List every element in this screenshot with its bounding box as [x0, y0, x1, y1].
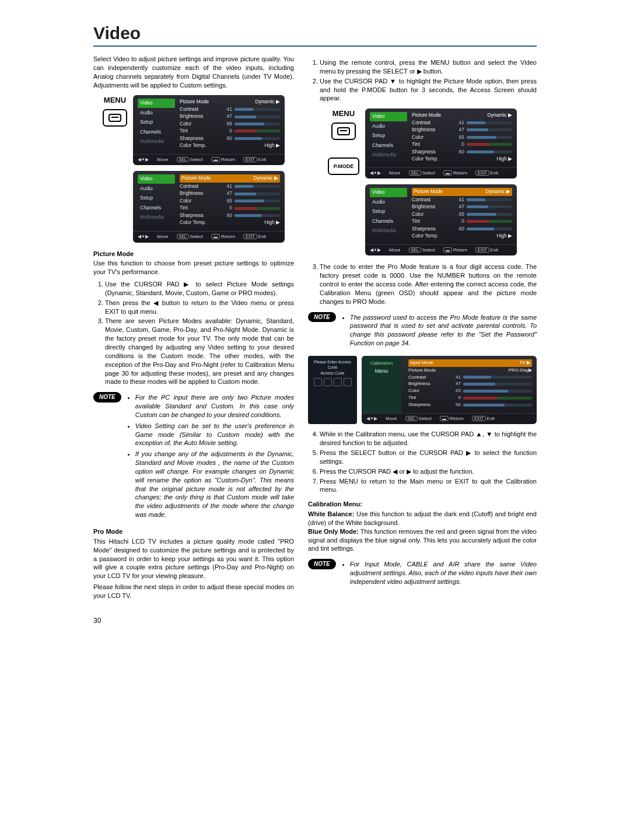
note1-item-3: If you change any of the adjustments in … [135, 450, 294, 519]
osd-row: Brightness47 [412, 127, 512, 133]
osd-row: Brightness47 [412, 204, 512, 210]
osd-panel-r1: VideoAudioSetupChannelsMultimedia Pictur… [365, 108, 517, 178]
picture-mode-steps: Use the CURSOR PAD ▶ to select Picture M… [93, 280, 294, 386]
osd-row: Contrast41 [180, 106, 280, 113]
osd-side-item: Multimedia [138, 137, 175, 146]
osd-row: Color65 [180, 198, 280, 204]
osd-row: Sharpness60 [180, 135, 280, 142]
osd-row: Color65 [412, 211, 512, 218]
osd-row: Sharpness60 [180, 212, 280, 219]
note3-text: For Input Mode, CABLE and AIR share the … [350, 560, 537, 586]
access-digit [314, 378, 322, 386]
calibration-osd: Calibration Menu Input ModeTV ▶Picture M… [362, 356, 537, 424]
arrow-icon: ◀✦▶ [138, 157, 149, 163]
page-title: Video [93, 23, 537, 43]
note-icon-2: NOTE [308, 312, 336, 323]
rsb-5: Press the SELECT button or the CURSOR PA… [320, 449, 537, 466]
title-rule [93, 46, 537, 47]
osd-side-item: Video [138, 99, 175, 107]
menu-button-label: MENU [104, 95, 126, 106]
access-line2: Access Code [320, 370, 344, 376]
calib-side-t1: Calibration [370, 360, 393, 367]
rsa-2: Use the CURSOR PAD ▼ to highlight the Pi… [320, 77, 537, 103]
osd-side-item: Multimedia [370, 226, 407, 235]
osd-row: Color65 [408, 388, 532, 394]
osd-side-item: Setup [370, 131, 407, 140]
osd-panel-bottom: VideoAudioSetupChannelsMultimedia Pictur… [133, 171, 285, 242]
calib-side-t2: Menu [375, 368, 388, 374]
pro-mode-heading: Pro Mode [93, 527, 294, 536]
osd-side-item: Multimedia [138, 213, 175, 222]
rsb-4: While in the Calibration menu, use the C… [320, 430, 537, 447]
osd-side-item: Audio [138, 184, 175, 193]
osd-side-item: Audio [370, 198, 407, 206]
calibration-heading: Calibration Menu: [308, 500, 537, 509]
rsb-6: Press the CURSOR PAD ◀ or ▶ to adjust th… [320, 467, 537, 476]
picture-mode-heading: Picture Mode [93, 250, 294, 258]
osd-row: Contrast41 [412, 197, 512, 203]
note-icon-3: NOTE [308, 559, 336, 569]
osd-side-item: Video [138, 174, 175, 183]
access-digit [344, 378, 352, 386]
osd-row: Color Temp.High ▶ [180, 219, 280, 226]
pm-step-3: There are seven Picture Modes available:… [105, 317, 294, 386]
osd-side-item: Video [370, 188, 407, 197]
osd-row: Tint0 [408, 395, 532, 401]
osd-row: Tint0 [180, 205, 280, 211]
osd-row: Picture ModeDynamic ▶ [412, 112, 512, 118]
osd-row: Picture ModeDynamic ▶ [412, 188, 512, 195]
osd-side-item: Channels [370, 141, 407, 150]
arrow-icon: ◀✦▶ [370, 247, 381, 254]
rsa-1: Using the remote control, press the MENU… [320, 58, 537, 76]
osd-row: Color65 [180, 121, 280, 127]
osd-row: Sharpness60 [412, 226, 512, 232]
blue-only-text: Blue Only Mode: This function removes th… [308, 527, 537, 554]
osd-row: Picture ModeDynamic ▶ [180, 99, 280, 105]
menu-button-label-r: MENU [332, 108, 355, 119]
pro-mode-body-1: This Hitachi LCD TV includes a picture q… [93, 537, 294, 580]
pm-step-2: Then press the ◀ button to return to the… [105, 299, 294, 316]
right-steps-b: While in the Calibration menu, use the C… [308, 430, 537, 494]
osd-row: Contrast41 [408, 374, 532, 381]
right-step-3: The code to enter the Pro Mode feature i… [308, 262, 537, 306]
osd-row: Sharpness60 [408, 402, 532, 408]
osd-side-item: Audio [370, 122, 407, 131]
osd-row: Brightness47 [180, 190, 280, 197]
menu-button-icon [103, 109, 127, 127]
osd-row: Tint0 [180, 128, 280, 134]
note-2: NOTE The password used to access the Pro… [308, 312, 537, 350]
osd-block-right: MENU P.MODE VideoAudioSetupChannelsMulti… [308, 108, 537, 256]
note1-item-1: For the PC input there are only two Pict… [135, 393, 294, 419]
note-3: NOTE For Input Mode, CABLE and AIR share… [308, 559, 537, 589]
osd-row: Color65 [412, 134, 512, 141]
osd-side-item: Setup [138, 118, 175, 127]
note-1: NOTE For the PC input there are only two… [93, 392, 294, 522]
right-column: Using the remote control, press the MENU… [308, 55, 537, 600]
osd-side-item: Multimedia [370, 150, 407, 159]
note2-text: The password used to access the Pro Mode… [350, 313, 537, 348]
osd-side-item: Setup [138, 194, 175, 202]
osd-row: Color Temp.High ▶ [180, 142, 280, 149]
osd-panel-top: VideoAudioSetupChannelsMultimedia Pictur… [133, 95, 285, 165]
osd-row: Sharpness60 [412, 149, 512, 155]
osd-row: Brightness47 [180, 113, 280, 120]
osd-row: Brightness47 [408, 381, 532, 387]
osd-row: Tint0 [412, 218, 512, 225]
right-steps-a: Using the remote control, press the MENU… [308, 58, 537, 103]
note1-item-2: Video Setting can be set to the user's p… [135, 422, 294, 448]
osd-row: Contrast41 [180, 183, 280, 190]
access-line1: Please Enter Access Code [310, 359, 355, 370]
osd-side-item: Channels [370, 217, 407, 226]
osd-side-item: Video [370, 112, 407, 121]
osd-row: Picture ModePRO-Day▶ [408, 368, 532, 374]
arrow-icon: ◀✦▶ [366, 416, 377, 422]
osd-side-item: Audio [138, 108, 175, 117]
calibration-osd-wrap: Please Enter Access Code Access Code Cal… [308, 356, 537, 424]
arrow-icon: ◀✦▶ [138, 234, 149, 240]
left-column: Select Video to adjust picture settings … [93, 55, 294, 600]
access-code-box: Please Enter Access Code Access Code [308, 356, 357, 424]
osd-row: Color Temp.High ▶ [412, 233, 512, 239]
osd-side-item: Channels [138, 128, 175, 136]
osd-side-item: Channels [138, 204, 175, 212]
access-digit [324, 378, 332, 386]
